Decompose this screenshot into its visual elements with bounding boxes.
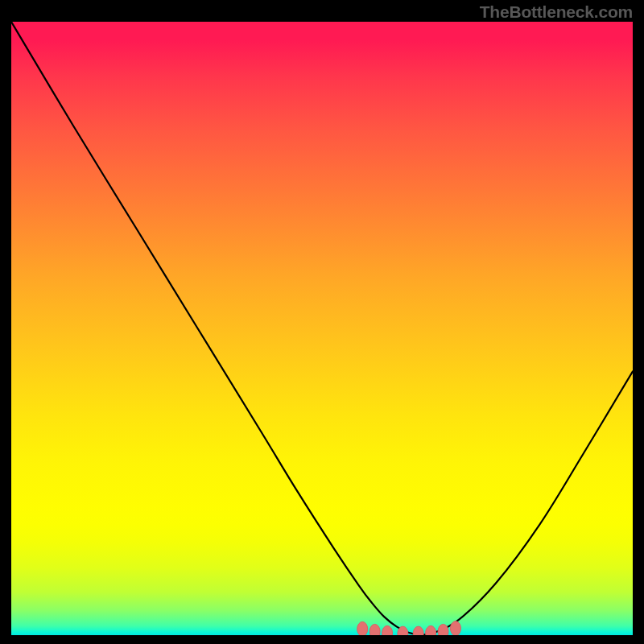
plot-area <box>11 22 633 635</box>
bottom-marker <box>450 621 460 635</box>
bottom-marker <box>382 625 393 635</box>
bottleneck-curve <box>11 22 633 634</box>
bottom-marker <box>426 625 436 635</box>
bottom-marker <box>369 624 380 635</box>
bottom-marker <box>413 626 423 635</box>
bottom-marker <box>357 621 368 635</box>
chart-overlay <box>11 22 633 635</box>
chart-frame: TheBottleneck.com <box>0 0 644 644</box>
watermark-text: TheBottleneck.com <box>480 2 633 22</box>
bottom-marker <box>438 624 448 635</box>
